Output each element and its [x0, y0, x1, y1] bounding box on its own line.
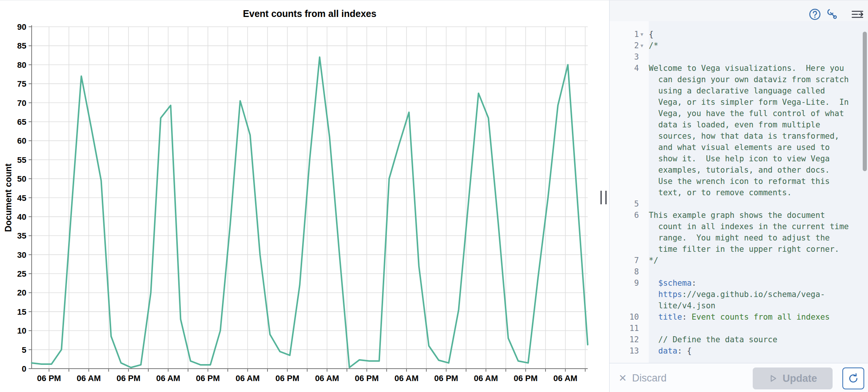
editor-footer-bar: ✕ Discard Update [610, 363, 868, 392]
line-number: 9 [610, 277, 639, 289]
code-line: 6This example graph shows the document c… [610, 210, 868, 255]
line-number: 5 [610, 198, 639, 210]
svg-text:06 PM: 06 PM [355, 374, 379, 383]
svg-text:75: 75 [17, 79, 26, 89]
svg-text:25: 25 [17, 269, 26, 279]
code-line: 13 data: { [610, 345, 868, 357]
code-line: 4Welcome to Vega visualizations. Here yo… [610, 63, 868, 198]
svg-text:06 PM: 06 PM [116, 374, 141, 383]
code-line: 9 $schema: https://vega.github.io/schema… [610, 277, 868, 311]
code-text [649, 51, 849, 63]
line-number: 1 [610, 29, 639, 40]
discard-label: Discard [632, 372, 667, 384]
panel-resize-handle[interactable] [601, 191, 607, 204]
auto-refresh-button[interactable] [842, 368, 864, 389]
event-counts-chart[interactable]: 05101520253035404550556065707580859006 P… [0, 0, 609, 392]
editor-scrollbar-thumb[interactable] [863, 32, 867, 171]
code-line: 7*/ [610, 255, 868, 266]
fold-arrow-icon[interactable]: ▾ [640, 29, 643, 40]
code-line: 3 [610, 51, 868, 63]
svg-text:90: 90 [17, 22, 26, 32]
code-text: /* [649, 40, 849, 51]
svg-text:06 PM: 06 PM [434, 374, 458, 383]
svg-text:80: 80 [17, 60, 26, 70]
svg-text:65: 65 [17, 117, 26, 127]
svg-text:45: 45 [17, 193, 26, 203]
vega-spec-code-editor[interactable]: 1▾{2▾/*3 4Welcome to Vega visualizations… [610, 21, 868, 363]
line-number: 3 [610, 51, 639, 63]
close-icon: ✕ [619, 372, 627, 384]
code-text [649, 323, 849, 334]
line-number: 4 [610, 63, 639, 74]
code-text [649, 266, 849, 277]
code-text: This example graph shows the document co… [649, 210, 849, 255]
svg-text:06 PM: 06 PM [37, 374, 61, 383]
editor-toolbar [610, 0, 868, 21]
line-number: 7 [610, 255, 639, 266]
line-number: 8 [610, 266, 639, 277]
svg-text:35: 35 [17, 231, 26, 240]
svg-text:06 AM: 06 AM [235, 374, 260, 383]
code-text: title: Event counts from all indexes [649, 311, 849, 323]
code-line: 11 [610, 323, 868, 334]
svg-text:15: 15 [17, 307, 26, 317]
svg-text:20: 20 [17, 288, 26, 297]
line-number: 11 [610, 323, 639, 334]
code-text: */ [649, 255, 849, 266]
help-icon[interactable] [808, 8, 822, 21]
code-text: Welcome to Vega visualizations. Here you… [649, 63, 849, 198]
menu-right-icon[interactable] [851, 8, 864, 21]
code-text: // Define the data source [649, 334, 849, 345]
wrench-icon[interactable] [825, 8, 838, 21]
line-number: 10 [610, 311, 639, 323]
svg-text:06 PM: 06 PM [275, 374, 300, 383]
code-line: 5 [610, 198, 868, 210]
code-line: 12 // Define the data source [610, 334, 868, 345]
fold-arrow-icon[interactable]: ▾ [640, 40, 643, 51]
vega-editor-app: 05101520253035404550556065707580859006 P… [0, 0, 868, 392]
svg-text:40: 40 [17, 212, 26, 222]
update-label: Update [782, 373, 817, 384]
line-number: 2 [610, 40, 639, 51]
svg-text:60: 60 [17, 136, 26, 145]
code-text: data: { [649, 345, 849, 357]
svg-text:10: 10 [17, 326, 26, 335]
svg-text:50: 50 [17, 174, 26, 184]
svg-text:06 AM: 06 AM [474, 374, 498, 383]
svg-text:Document count: Document count [3, 163, 13, 232]
svg-text:55: 55 [17, 155, 26, 165]
play-icon [768, 374, 778, 383]
svg-text:0: 0 [22, 364, 26, 374]
code-lines: 1▾{2▾/*3 4Welcome to Vega visualizations… [610, 29, 868, 357]
svg-text:06 AM: 06 AM [553, 374, 578, 383]
update-button[interactable]: Update [753, 368, 833, 389]
line-number: 12 [610, 334, 639, 345]
svg-text:85: 85 [17, 41, 26, 51]
vega-spec-panel: 1▾{2▾/*3 4Welcome to Vega visualizations… [610, 0, 868, 392]
refresh-icon [847, 372, 860, 385]
vega-chart-panel[interactable]: 05101520253035404550556065707580859006 P… [0, 0, 609, 392]
line-number: 6 [610, 210, 639, 221]
code-line: 10 title: Event counts from all indexes [610, 311, 868, 323]
svg-text:06 AM: 06 AM [156, 374, 180, 383]
code-text: $schema: https://vega.github.io/schema/v… [649, 277, 849, 311]
svg-text:06 PM: 06 PM [513, 374, 538, 383]
svg-text:06 AM: 06 AM [77, 374, 101, 383]
line-number: 13 [610, 345, 639, 357]
svg-text:30: 30 [17, 250, 26, 260]
code-line: 8 [610, 266, 868, 277]
code-text [649, 198, 849, 210]
svg-text:06 AM: 06 AM [315, 374, 339, 383]
code-text: { [649, 29, 849, 40]
svg-text:06 AM: 06 AM [394, 374, 419, 383]
discard-button[interactable]: ✕ Discard [619, 363, 666, 392]
svg-text:5: 5 [22, 345, 26, 355]
code-line: 1▾{ [610, 29, 868, 40]
code-line: 2▾/* [610, 40, 868, 51]
svg-text:70: 70 [17, 98, 26, 108]
svg-text:06 PM: 06 PM [196, 374, 220, 383]
svg-text:Event counts from all indexes: Event counts from all indexes [243, 8, 376, 19]
